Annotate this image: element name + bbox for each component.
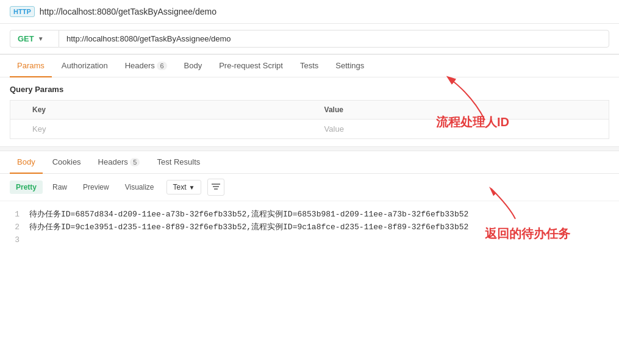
- response-tab-body[interactable]: Body: [10, 151, 43, 174]
- url-bar: GET ▼: [0, 24, 619, 55]
- tab-prerequest[interactable]: Pre-request Script: [212, 55, 290, 77]
- tab-params[interactable]: Params: [10, 55, 52, 77]
- format-type-label: Text: [173, 183, 187, 191]
- format-btn-visualize[interactable]: Visualize: [119, 180, 160, 194]
- row-value-cell[interactable]: Value: [317, 120, 609, 139]
- format-bar: Pretty Raw Preview Visualize Text ▼: [0, 174, 619, 201]
- table-row: Key Value: [10, 120, 609, 139]
- title-url: http://localhost:8080/getTaskByAssignee/…: [40, 7, 216, 16]
- url-input[interactable]: [59, 30, 609, 48]
- code-area: 1 待办任务ID=6857d834-d209-11ee-a73b-32f6efb…: [0, 201, 619, 254]
- headers-badge: 6: [157, 62, 166, 70]
- chevron-down-icon: ▼: [38, 35, 44, 42]
- format-btn-raw[interactable]: Raw: [46, 180, 73, 194]
- tab-authorization[interactable]: Authorization: [54, 55, 115, 77]
- row-checkbox-cell: [10, 120, 26, 139]
- line-num-2: 2: [10, 221, 20, 234]
- method-label: GET: [18, 34, 34, 43]
- request-tabs: Params Authorization Headers 6 Body Pre-…: [0, 55, 619, 77]
- main-wrapper: HTTP http://localhost:8080/getTaskByAssi…: [0, 0, 619, 254]
- filter-icon[interactable]: [207, 179, 224, 196]
- code-line-1: 1 待办任务ID=6857d834-d209-11ee-a73b-32f6efb…: [10, 209, 609, 221]
- tab-settings[interactable]: Settings: [328, 55, 371, 77]
- tab-tests[interactable]: Tests: [293, 55, 326, 77]
- line-num-1: 1: [10, 209, 20, 221]
- col-value-header: Value: [317, 101, 609, 120]
- response-headers-badge: 5: [130, 158, 140, 166]
- response-tabs: Body Cookies Headers 5 Test Results: [0, 151, 619, 174]
- response-tab-headers[interactable]: Headers 5: [91, 151, 148, 174]
- col-checkbox-header: [10, 101, 26, 120]
- format-btn-preview[interactable]: Preview: [77, 180, 115, 194]
- chevron-down-icon-format: ▼: [189, 184, 195, 191]
- tab-body[interactable]: Body: [177, 55, 210, 77]
- query-params-title: Query Params: [10, 85, 609, 94]
- query-params-section: Query Params Key Value Key Value: [0, 77, 619, 146]
- format-type-select[interactable]: Text ▼: [166, 180, 202, 194]
- params-table: Key Value Key Value: [10, 100, 609, 139]
- format-btn-pretty[interactable]: Pretty: [10, 180, 43, 194]
- code-line-3: 3: [10, 234, 609, 247]
- separator: [0, 146, 619, 151]
- row-key-cell[interactable]: Key: [25, 120, 317, 139]
- response-tab-cookies[interactable]: Cookies: [45, 151, 88, 174]
- line-content-1: 待办任务ID=6857d834-d209-11ee-a73b-32f6efb33…: [29, 209, 468, 221]
- response-tab-testresults[interactable]: Test Results: [149, 151, 207, 174]
- code-line-2: 2 待办任务ID=9c1e3951-d235-11ee-8f89-32f6efb…: [10, 221, 609, 234]
- title-bar: HTTP http://localhost:8080/getTaskByAssi…: [0, 0, 619, 24]
- line-num-3: 3: [10, 234, 20, 247]
- tab-headers[interactable]: Headers 6: [118, 55, 174, 77]
- method-select[interactable]: GET ▼: [10, 30, 59, 48]
- line-content-2: 待办任务ID=9c1e3951-d235-11ee-8f89-32f6efb33…: [29, 221, 468, 234]
- col-key-header: Key: [25, 101, 317, 120]
- http-badge: HTTP: [10, 6, 35, 17]
